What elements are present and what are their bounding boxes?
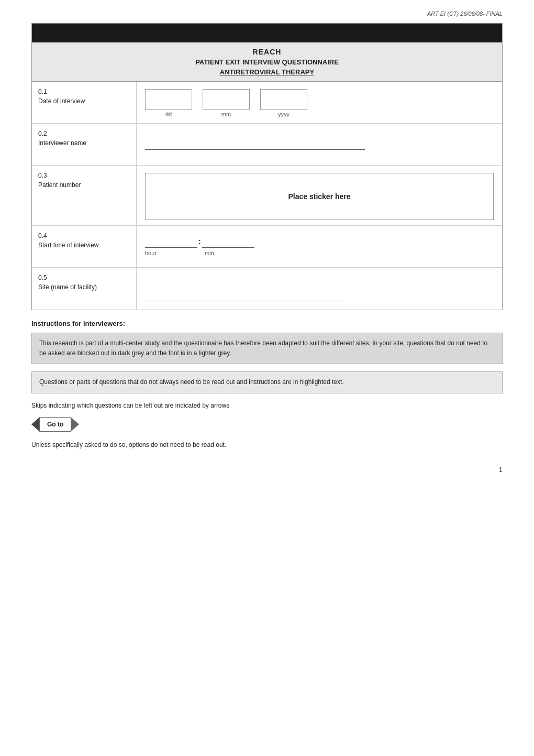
hour-input[interactable]	[145, 235, 197, 248]
mm-label: mm	[221, 111, 231, 117]
form-subtitle: PATIENT EXIT INTERVIEW QUESTIONNAIRE	[32, 58, 502, 66]
sticker-placeholder: Place sticker here	[145, 173, 494, 220]
dark-info-box: This research is part of a multi-center …	[31, 333, 503, 364]
label-site: 0.5 Site (name of facility)	[32, 268, 137, 310]
go-to-box: Go to	[39, 417, 71, 432]
dd-input[interactable]	[145, 89, 192, 110]
yyyy-box: yyyy	[260, 89, 307, 117]
time-input-line: :	[145, 235, 494, 248]
content-site	[137, 268, 502, 310]
hour-label: hour	[145, 250, 197, 256]
section-label: ANTIRETROVIRAL THERAPY	[32, 68, 502, 76]
row-patient-number: 0.3 Patient number Place sticker here	[32, 166, 502, 226]
go-to-arrow-container: Go to	[31, 417, 503, 432]
content-start-time: : hour min	[137, 226, 502, 267]
min-input[interactable]	[202, 235, 254, 248]
yyyy-input[interactable]	[260, 89, 307, 110]
skip-text: Skips indicating which questions can be …	[31, 401, 503, 411]
title-section: REACH PATIENT EXIT INTERVIEW QUESTIONNAI…	[32, 42, 502, 82]
label-interviewer: 0.2 Interviewer name	[32, 124, 137, 165]
time-colon: :	[197, 237, 202, 246]
time-fields: : hour min	[145, 235, 494, 256]
dd-label: dd	[165, 111, 172, 117]
main-form-box: REACH PATIENT EXIT INTERVIEW QUESTIONNAI…	[31, 23, 503, 310]
light-info-box: Questions or parts of questions that do …	[31, 371, 503, 393]
label-patient-number: 0.3 Patient number	[32, 166, 137, 225]
row-interviewer-name: 0.2 Interviewer name	[32, 124, 502, 166]
date-fields: dd mm yyyy	[145, 89, 494, 117]
row-date-of-interview: 0.1 Date of interview dd mm yyyy	[32, 82, 502, 124]
form-title: REACH	[32, 48, 502, 56]
left-arrow-icon	[31, 417, 40, 432]
content-patient-number: Place sticker here	[137, 166, 502, 225]
unless-text: Unless specifically asked to do so, opti…	[31, 440, 503, 450]
name-input-line[interactable]	[145, 134, 365, 150]
yyyy-label: yyyy	[278, 111, 290, 117]
mm-input[interactable]	[203, 89, 250, 110]
instructions-heading: Instructions for interviewers:	[31, 320, 503, 327]
content-interviewer	[137, 124, 502, 165]
min-label: min	[205, 250, 257, 256]
content-date: dd mm yyyy	[137, 82, 502, 123]
site-input-line[interactable]	[145, 286, 344, 301]
time-labels: hour min	[145, 250, 494, 256]
mm-box: mm	[203, 89, 250, 117]
row-site: 0.5 Site (name of facility)	[32, 268, 502, 310]
row-start-time: 0.4 Start time of interview : hour min	[32, 226, 502, 268]
page-number: 1	[31, 466, 503, 474]
label-start-time: 0.4 Start time of interview	[32, 226, 137, 267]
document-reference: ART EI (CT) 26/06/08- FINAL	[31, 10, 503, 17]
black-header-bar	[32, 24, 502, 42]
label-date: 0.1 Date of interview	[32, 82, 137, 123]
dd-box: dd	[145, 89, 192, 117]
